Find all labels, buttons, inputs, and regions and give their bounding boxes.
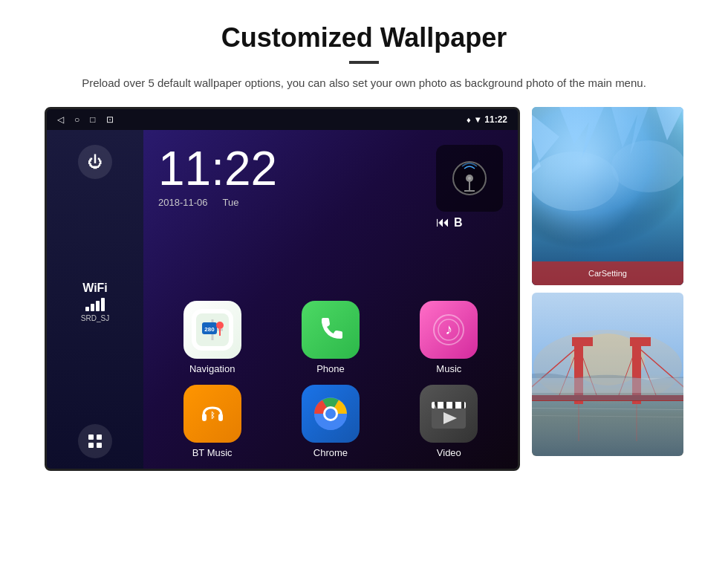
- title-divider: [349, 61, 379, 64]
- wifi-bar-3: [96, 301, 100, 311]
- media-controls: ⏮ B: [436, 215, 503, 230]
- content-area: ◁ ○ □ ⊡ ⬧ ▾ 11:22 ⏻: [45, 107, 683, 471]
- app-item-navigation[interactable]: 280 Navigation: [158, 301, 266, 374]
- svg-point-22: [325, 409, 336, 419]
- page-wrapper: Customized Wallpaper Preload over 5 defa…: [0, 0, 728, 486]
- ice-cave-svg: [532, 107, 683, 285]
- location-icon: ⬧: [466, 114, 471, 125]
- video-icon: [420, 385, 478, 443]
- wifi-section: WiFi SRD_SJ: [81, 282, 109, 322]
- title-section: Customized Wallpaper Preload over 5 defa…: [45, 22, 683, 92]
- main-screen: 11:22 2018-11-06 Tue: [143, 130, 518, 471]
- wifi-label: WiFi: [81, 282, 109, 295]
- clock-date-value: 2018-11-06: [158, 197, 208, 208]
- status-bar: ◁ ○ □ ⊡ ⬧ ▾ 11:22: [47, 109, 518, 130]
- svg-point-39: [611, 140, 683, 192]
- svg-text:♪: ♪: [445, 321, 452, 337]
- radio-icon: [449, 158, 490, 198]
- carsetting-strip: CarSetting: [532, 261, 683, 285]
- track-label: B: [454, 216, 463, 230]
- back-nav-icon[interactable]: ◁: [57, 114, 64, 125]
- wifi-status-icon: ▾: [475, 114, 480, 125]
- app-item-phone[interactable]: Phone: [276, 301, 384, 374]
- screenshot-nav-icon[interactable]: ⊡: [106, 114, 114, 125]
- wifi-bar-2: [91, 304, 94, 311]
- page-title: Customized Wallpaper: [45, 22, 683, 53]
- page-subtitle: Preload over 5 default wallpaper options…: [82, 74, 646, 92]
- wifi-ssid: SRD_SJ: [81, 314, 109, 322]
- wifi-bars: [81, 298, 109, 311]
- status-right: ⬧ ▾ 11:22: [466, 114, 507, 125]
- chrome-label: Chrome: [313, 447, 348, 458]
- music-label: Music: [436, 363, 461, 374]
- svg-rect-37: [532, 107, 683, 285]
- bt-music-icon: ᛒ: [183, 385, 241, 443]
- home-nav-icon[interactable]: ○: [74, 114, 79, 125]
- app-item-music[interactable]: ♪ Music: [395, 301, 503, 374]
- tablet-body: ⏻ WiFi SRD_SJ: [47, 130, 518, 471]
- svg-rect-55: [572, 337, 593, 346]
- svg-rect-2: [88, 443, 94, 448]
- wallpaper-thumb-bridge[interactable]: [532, 293, 683, 456]
- tablet-mockup: ◁ ○ □ ⊡ ⬧ ▾ 11:22 ⏻: [45, 107, 520, 471]
- status-time: 11:22: [484, 114, 507, 125]
- recent-nav-icon[interactable]: □: [90, 114, 95, 125]
- phone-icon: [302, 301, 360, 359]
- svg-text:280: 280: [204, 326, 215, 333]
- power-button[interactable]: ⏻: [78, 145, 112, 179]
- app-item-video[interactable]: Video: [395, 385, 503, 458]
- wifi-bar-1: [85, 307, 89, 311]
- wallpaper-thumbnails: CarSetting: [532, 107, 683, 456]
- chrome-icon: [302, 385, 360, 443]
- phone-svg: [314, 313, 347, 346]
- media-widget: ⏮ B: [436, 145, 503, 230]
- app-grid: 280 Navigation: [158, 301, 503, 458]
- apps-button[interactable]: [78, 424, 112, 458]
- power-icon: ⏻: [88, 154, 103, 171]
- phone-label: Phone: [316, 363, 345, 374]
- clock-area: 11:22 2018-11-06 Tue: [158, 145, 277, 208]
- music-icon: ♪: [420, 301, 478, 359]
- clock-date: 2018-11-06 Tue: [158, 197, 277, 208]
- app-item-bt-music[interactable]: ᛒ BT Music: [158, 385, 266, 458]
- bridge-svg: [532, 293, 683, 456]
- wifi-bar-4: [101, 298, 105, 311]
- svg-point-6: [468, 177, 471, 180]
- svg-rect-17: [202, 414, 207, 421]
- svg-rect-1: [97, 435, 102, 440]
- svg-rect-57: [532, 378, 683, 393]
- video-svg: [430, 397, 467, 430]
- app-item-chrome[interactable]: Chrome: [276, 385, 384, 458]
- grid-icon: [86, 432, 104, 450]
- navigation-map-svg: 280: [192, 309, 233, 351]
- music-svg: ♪: [432, 313, 465, 346]
- svg-rect-3: [97, 443, 102, 448]
- svg-rect-0: [88, 435, 94, 440]
- svg-rect-30: [464, 402, 467, 409]
- media-icon-box: [436, 145, 503, 212]
- bt-music-svg: ᛒ: [196, 397, 229, 430]
- status-left: ◁ ○ □ ⊡: [57, 114, 114, 125]
- svg-rect-56: [630, 337, 651, 346]
- carsetting-label: CarSetting: [588, 269, 627, 278]
- navigation-label: Navigation: [189, 363, 235, 374]
- svg-text:ᛒ: ᛒ: [209, 411, 215, 420]
- clock-day: Tue: [223, 197, 239, 208]
- svg-rect-18: [218, 414, 223, 421]
- clock-time: 11:22: [158, 145, 277, 192]
- svg-point-38: [532, 152, 619, 211]
- bt-music-label: BT Music: [192, 447, 233, 458]
- ice-cave-image: [532, 107, 683, 285]
- video-label: Video: [437, 447, 461, 458]
- prev-track-icon[interactable]: ⏮: [436, 215, 449, 230]
- svg-point-13: [216, 322, 224, 329]
- navigation-icon: 280: [183, 301, 241, 359]
- sidebar: ⏻ WiFi SRD_SJ: [47, 130, 143, 471]
- svg-rect-36: [532, 107, 683, 285]
- chrome-svg: [312, 395, 349, 432]
- wallpaper-thumb-ice[interactable]: CarSetting: [532, 107, 683, 285]
